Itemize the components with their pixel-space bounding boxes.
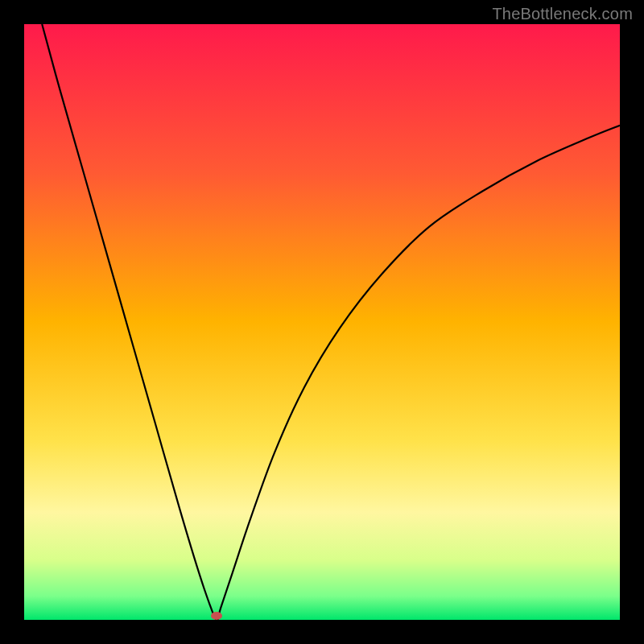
bottleneck-curve: [42, 24, 620, 620]
curve-layer: [24, 24, 620, 620]
plot-area: [24, 24, 620, 620]
watermark-text: TheBottleneck.com: [492, 5, 633, 23]
chart-frame: TheBottleneck.com: [0, 0, 644, 644]
optimal-point-marker: [211, 612, 222, 620]
